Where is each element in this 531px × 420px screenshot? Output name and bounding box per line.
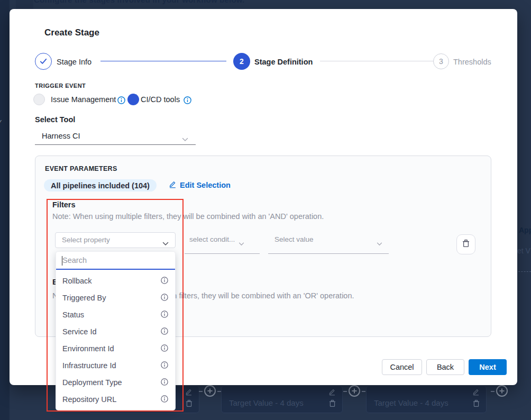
info-icon[interactable] (161, 294, 168, 303)
stage-card-label: Target Value - 4 days (229, 398, 304, 407)
trash-icon (186, 399, 193, 409)
stage-card-label: Target Value - 4 days (374, 398, 448, 407)
dropdown-option-deployment-type[interactable]: Deployment Type (56, 374, 175, 391)
dropdown-option-status[interactable]: Status (56, 306, 175, 323)
background-dash (217, 391, 221, 392)
background-heading-clipped: Configure the stages involved in your wo… (34, 0, 510, 5)
edit-icon (472, 388, 480, 398)
option-label: Deployment Type (62, 378, 122, 387)
dropdown-option-repository-url[interactable]: Repository URL (56, 391, 175, 408)
back-button[interactable]: Back (426, 359, 464, 375)
event-parameters-heading: EVENT PARAMETERS (45, 165, 117, 172)
background-left-text-fragment: Y (0, 118, 2, 127)
info-icon[interactable] (161, 361, 168, 370)
step-3-label: Thresholds (453, 58, 491, 66)
add-stage-icon (496, 385, 508, 397)
background-dash (199, 391, 203, 392)
background-dash (362, 391, 365, 392)
edit-icon (169, 180, 177, 190)
tool-select[interactable]: Harness CI (35, 129, 196, 145)
option-label: Service Id (62, 327, 96, 336)
dropdown-option-environment-id[interactable]: Environment Id (56, 340, 175, 357)
chevron-down-icon (239, 239, 244, 248)
info-icon[interactable] (184, 96, 191, 106)
delete-filter-button[interactable] (456, 234, 475, 254)
background-stage-card: Target Value - 4 days (221, 386, 343, 413)
select-tool-label: Select Tool (35, 115, 75, 124)
edit-icon (185, 388, 193, 398)
trigger-event-label: TRIGGER EVENT (35, 83, 86, 89)
background-right-text-fragment-1: Appr (519, 226, 531, 234)
dropdown-option-triggered-by[interactable]: Triggered By (56, 289, 175, 306)
chevron-down-icon (162, 239, 169, 248)
add-stage-icon (204, 385, 216, 397)
background-heading-text: Configure the stages involved in your wo… (34, 0, 510, 4)
filters-heading: Filters (52, 200, 76, 209)
filter-property-select[interactable]: Select property (55, 232, 176, 248)
background-stage-card: Target Value - 4 days (366, 386, 487, 413)
background-left-sidebar (0, 0, 10, 420)
info-icon[interactable] (161, 277, 168, 286)
info-icon[interactable] (161, 378, 168, 387)
dropdown-options: Rollback Triggered By Status Service Id … (56, 270, 175, 408)
trash-icon (462, 239, 470, 250)
step-2-badge[interactable]: 2 (233, 53, 250, 70)
tool-select-value: Harness CI (42, 132, 80, 140)
option-label: Repository URL (62, 395, 116, 404)
option-label: Environment Id (62, 344, 114, 353)
radio-cicd-tools[interactable] (127, 94, 139, 105)
edit-icon (328, 388, 336, 398)
background-dashed-connector (516, 271, 531, 272)
chevron-down-icon (182, 134, 188, 144)
radio-issue-management[interactable] (33, 94, 45, 105)
option-label: Status (62, 311, 84, 319)
info-icon[interactable] (161, 311, 168, 319)
chevron-down-icon (377, 239, 382, 248)
step-3-badge[interactable]: 3 (433, 53, 449, 69)
property-dropdown-panel: Rollback Triggered By Status Service Id … (56, 252, 175, 410)
add-stage-icon (349, 385, 360, 397)
app-screen: Configure the stages involved in your wo… (0, 0, 531, 420)
cancel-button[interactable]: Cancel (382, 359, 422, 375)
step-1-label: Stage Info (57, 58, 91, 66)
info-icon[interactable] (161, 327, 168, 336)
trash-icon (473, 399, 480, 409)
filter-condition-select[interactable]: select condit... (189, 235, 235, 243)
dropdown-option-service-id[interactable]: Service Id (56, 323, 175, 340)
option-label: Triggered By (62, 294, 106, 302)
stepper-connector-done (100, 61, 226, 61)
radio-issue-management-label[interactable]: Issue Management (51, 95, 116, 104)
info-icon[interactable] (117, 96, 125, 106)
filter-value-select[interactable]: Select value (274, 235, 314, 243)
filters-note: Note: When using multiple filters, they … (52, 212, 324, 221)
edit-selection-label: Edit Selection (180, 181, 231, 189)
next-button[interactable]: Next (469, 359, 507, 375)
info-icon[interactable] (161, 395, 168, 404)
edit-selection-link[interactable]: Edit Selection (169, 180, 231, 190)
option-label: Infrastructure Id (62, 361, 116, 370)
dropdown-option-rollback[interactable]: Rollback (56, 272, 175, 289)
pipelines-included-badge: All pipelines included (104) (44, 179, 157, 191)
radio-cicd-tools-label[interactable]: CI/CD tools (141, 95, 180, 104)
filter-property-placeholder: Select property (62, 236, 110, 244)
step-1-done-icon[interactable] (35, 53, 52, 70)
text-caret (62, 256, 62, 266)
option-label: Rollback (62, 277, 92, 285)
step-2-label: Stage Definition (254, 58, 313, 66)
background-dash (491, 391, 495, 392)
background-right-text-fragment-2: et V (517, 246, 530, 255)
dropdown-option-infrastructure-id[interactable]: Infrastructure Id (56, 357, 175, 374)
trash-icon (329, 399, 336, 409)
background-top-element (16, 0, 33, 10)
dropdown-search-input[interactable] (56, 252, 175, 269)
info-icon[interactable] (161, 344, 168, 353)
stepper-connector-upcoming (320, 61, 447, 61)
condition-select-underline (185, 253, 260, 254)
background-dash (343, 391, 347, 392)
dropdown-search (56, 252, 175, 270)
modal-title: Create Stage (44, 28, 99, 38)
value-select-underline (268, 253, 389, 254)
